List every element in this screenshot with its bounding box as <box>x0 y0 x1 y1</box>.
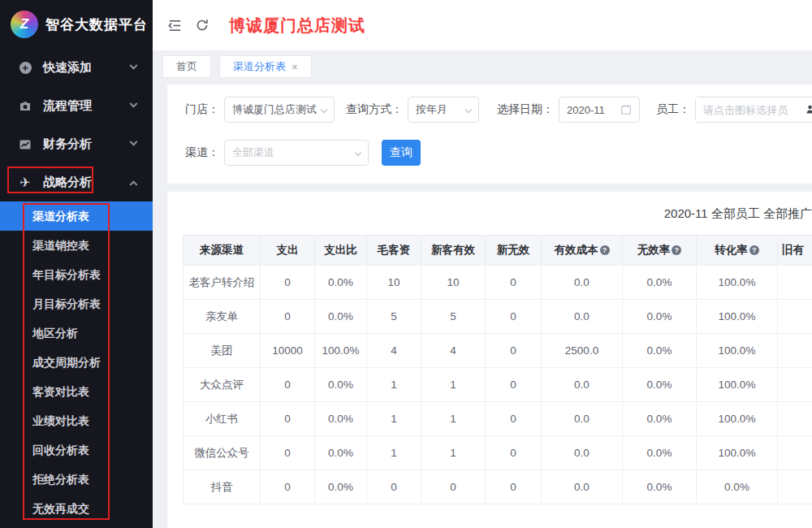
tab-渠道分析表[interactable]: 渠道分析表× <box>219 55 312 78</box>
table-row: 美团10000100.0%4402500.00.0%100.0% <box>184 334 812 368</box>
value-cell: 100.0% <box>315 334 367 368</box>
table-row: 小红书00.0%1100.00.0%100.0% <box>184 402 812 436</box>
employee-input[interactable] <box>696 97 806 122</box>
employee-label: 员工： <box>656 102 690 117</box>
sidebar-subitem-业绩对比表[interactable]: 业绩对比表 <box>0 406 153 435</box>
column-header-旧有: 旧有 <box>778 236 812 266</box>
report-table-head: 来源渠道支出支出比毛客资新客有效新无效有效成本?无效率?转化率?旧有 <box>184 236 812 266</box>
query-mode-select-value: 按年月 <box>416 102 447 117</box>
header-row: 来源渠道支出支出比毛客资新客有效新无效有效成本?无效率?转化率?旧有 <box>184 236 812 266</box>
sidebar-subitem-无效再成交[interactable]: 无效再成交 <box>0 494 153 523</box>
page-title: 博诚厦门总店测试 <box>229 15 365 37</box>
query-mode-label: 查询方式： <box>346 102 403 117</box>
sidebar-subitem-回收分析表[interactable]: 回收分析表 <box>0 435 153 465</box>
help-icon[interactable]: ? <box>672 245 681 255</box>
value-cell: 100.0% <box>697 266 778 300</box>
report-table-body: 老客户转介绍00.0%101000.00.0%100.0%亲友单00.0%550… <box>184 266 812 504</box>
sidebar-submenu: 渠道分析表渠道销控表年目标分析表月目标分析表地区分析成交周期分析客资对比表业绩对… <box>0 201 153 523</box>
value-cell: 100.0% <box>697 300 778 334</box>
value-cell: 0.0 <box>542 436 623 470</box>
query-mode-select[interactable]: 按年月 <box>408 97 479 123</box>
tab-首页[interactable]: 首页 <box>162 55 211 78</box>
value-cell: 0 <box>486 470 542 504</box>
column-header-label: 无效率 <box>637 244 671 256</box>
sidebar-item-战略分析[interactable]: ✈战略分析 <box>0 163 153 201</box>
value-cell: 100.0% <box>697 334 778 368</box>
channel-select-placeholder: 全部渠道 <box>232 145 274 160</box>
close-icon[interactable]: × <box>292 61 298 73</box>
column-header-label: 有效成本 <box>555 244 598 256</box>
channel-cell: 大众点评 <box>184 368 261 402</box>
value-cell <box>778 266 812 300</box>
value-cell: 0.0% <box>623 266 697 300</box>
sidebar-item-流程管理[interactable]: 流程管理 <box>0 87 153 125</box>
calendar-icon <box>620 104 632 115</box>
sidebar-item-label: 财务分析 <box>43 136 92 152</box>
value-cell: 0.0% <box>315 436 367 470</box>
value-cell: 0 <box>486 368 542 402</box>
sidebar-subitem-渠道分析表[interactable]: 渠道分析表 <box>0 201 153 231</box>
channel-cell: 老客户转介绍 <box>184 266 261 300</box>
menu-fold-icon[interactable] <box>161 11 188 39</box>
channel-cell: 微信公众号 <box>184 436 261 470</box>
tab-label: 渠道分析表 <box>233 59 286 74</box>
value-cell: 0 <box>261 470 315 504</box>
value-cell: 0 <box>486 334 542 368</box>
sidebar-subitem-拒绝分析表[interactable]: 拒绝分析表 <box>0 465 153 494</box>
search-button[interactable]: 查询 <box>382 140 421 166</box>
sidebar-subitem-成交周期分析[interactable]: 成交周期分析 <box>0 348 153 377</box>
value-cell: 0 <box>261 436 315 470</box>
sidebar-item-label: 流程管理 <box>43 98 92 114</box>
value-cell: 0 <box>261 368 315 402</box>
table-row: 抖音00.0%0000.00.0%0.0% <box>184 470 812 504</box>
value-cell: 5 <box>421 300 486 334</box>
date-label: 选择日期： <box>497 102 554 117</box>
value-cell: 0.0% <box>623 300 697 334</box>
refresh-icon[interactable] <box>188 11 216 39</box>
store-select[interactable]: 博诚厦门总店测试 <box>224 97 335 123</box>
sidebar-subitem-年目标分析表[interactable]: 年目标分析表 <box>0 260 153 289</box>
sidebar-subitem-客资对比表[interactable]: 客资对比表 <box>0 377 153 406</box>
table-row: 亲友单00.0%5500.00.0%100.0% <box>184 300 812 334</box>
column-header-label: 新客有效 <box>431 244 475 256</box>
value-cell: 0 <box>486 300 542 334</box>
value-cell: 1 <box>367 436 421 470</box>
sidebar-subitem-渠道销控表[interactable]: 渠道销控表 <box>0 231 153 260</box>
date-picker[interactable]: 2020-11 <box>559 97 640 123</box>
sidebar-menu: +快速添加流程管理财务分析✈战略分析 <box>0 49 153 201</box>
value-cell: 0 <box>486 436 542 470</box>
column-header-label: 转化率 <box>715 244 748 256</box>
value-cell: 2500.0 <box>542 334 623 368</box>
channel-select[interactable]: 全部渠道 <box>224 140 369 166</box>
help-icon[interactable]: ? <box>749 245 759 255</box>
column-header-label: 来源渠道 <box>200 244 244 256</box>
sidebar-subitem-地区分析[interactable]: 地区分析 <box>0 318 153 348</box>
team-icon[interactable] <box>806 103 812 116</box>
value-cell: 1 <box>421 368 486 402</box>
store-select-value: 博诚厦门总店测试 <box>232 102 317 117</box>
channel-cell: 美团 <box>184 334 261 368</box>
brand-logo-icon: Z <box>11 11 38 38</box>
sidebar-item-财务分析[interactable]: 财务分析 <box>0 125 153 163</box>
value-cell: 0 <box>367 470 421 504</box>
sidebar-item-label: 快速添加 <box>43 60 92 76</box>
value-cell: 100.0% <box>697 402 778 436</box>
report-panel: 2020-11 全部员工 全部推广 来源渠道支出支出比毛客资新客有效新无效有效成… <box>167 192 812 528</box>
top-header: 博诚厦门总店测试 <box>153 0 812 50</box>
value-cell: 0.0% <box>623 402 697 436</box>
value-cell: 0 <box>486 402 542 436</box>
sidebar-item-快速添加[interactable]: +快速添加 <box>0 49 153 87</box>
sidebar-subitem-月目标分析表[interactable]: 月目标分析表 <box>0 289 153 318</box>
column-header-label: 支出比 <box>324 244 357 256</box>
chevron-down-icon <box>130 62 138 70</box>
value-cell: 0.0% <box>315 266 367 300</box>
column-header-毛客资: 毛客资 <box>367 236 421 266</box>
column-header-转化率: 转化率? <box>697 236 778 266</box>
value-cell: 0.0% <box>315 300 367 334</box>
store-label: 门店： <box>185 102 219 117</box>
value-cell: 10000 <box>261 334 315 368</box>
help-icon[interactable]: ? <box>600 245 610 255</box>
chart-image-icon <box>18 138 32 151</box>
column-header-label: 新无效 <box>497 244 530 256</box>
value-cell: 0.0 <box>542 266 623 300</box>
